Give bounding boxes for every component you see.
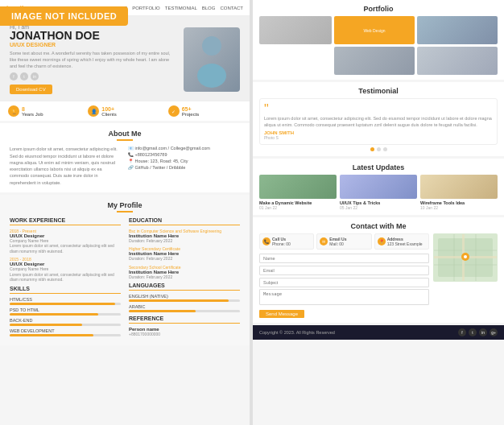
dot-2[interactable] xyxy=(377,147,381,151)
about-address: 📍 House: 123, Road: 45, City xyxy=(128,159,240,163)
edu-dur-1: Duration: February 2022 xyxy=(129,238,240,244)
lang-arabic-bar-bg xyxy=(129,310,240,312)
updates-grid: Make a Dynamic Website 01 Jan 22 UI/UX T… xyxy=(259,175,498,210)
hero-image xyxy=(184,27,240,92)
contact-phone-item: 📞 Call Us Phone: 00 xyxy=(259,233,314,250)
update-img-3 xyxy=(420,175,498,199)
skill-psd-name: PSD TO HTML xyxy=(10,307,121,312)
email-us-value: Mail: 00 xyxy=(329,241,346,246)
testimonial-section: Testimonial " Lorem ipsum dolor sit amet… xyxy=(253,82,504,156)
skill-html-name: HTML/CSS xyxy=(10,297,121,302)
languages-label: LANGUAGES xyxy=(129,283,240,291)
hero-text: Hi, I am JONATHON DOE UI/UX DESIGNER Som… xyxy=(10,24,177,94)
update-img-1 xyxy=(259,175,337,199)
stat-years: 🏆 8 Years Job xyxy=(8,105,81,117)
portfolio-title: Portfolio xyxy=(259,5,498,13)
portfolio-item-5[interactable] xyxy=(417,47,498,75)
about-text: Lorem ipsum dolor sit amet, consectetur … xyxy=(10,146,122,186)
skill-backend-bar-bg xyxy=(10,324,121,326)
about-phone: 📞 +880123456789 xyxy=(128,152,240,157)
edu-col: EDUCATION Bsc in Computer Science and So… xyxy=(129,217,240,339)
portfolio-grid: Web Design xyxy=(259,16,498,75)
contact-subject-input[interactable] xyxy=(259,278,429,287)
contact-send-button[interactable]: Send Message xyxy=(259,310,304,318)
skill-webdev-name: WEB DEVELOPMENT xyxy=(10,328,121,333)
edu-dur-2: Duration: February 2022 xyxy=(129,256,240,262)
contact-email-input[interactable] xyxy=(259,266,429,275)
phone-icon: 📞 xyxy=(262,237,271,246)
profile-section: My Profile WORK EXPERIENCE 2018 - Presen… xyxy=(0,195,250,345)
stat-clients: 👤 100+ Clients xyxy=(88,105,161,117)
portfolio-item-4[interactable] xyxy=(334,47,415,75)
update-item-3[interactable]: Wireframe Tools Idea 10 Jan 22 xyxy=(420,175,498,210)
footer-twitter-icon[interactable]: t xyxy=(469,328,477,336)
dot-1[interactable] xyxy=(370,147,374,151)
reference-section: REFERENCE Person name +8801700000000 xyxy=(129,316,240,337)
update-img-2 xyxy=(340,175,417,199)
clients-icon: 👤 xyxy=(88,105,99,117)
testimonial-role: Photo S xyxy=(264,135,493,140)
updates-title: Latest Updates xyxy=(259,163,498,171)
skill-webdev-bar-bg xyxy=(10,334,121,336)
svg-point-11 xyxy=(464,255,467,258)
contact-title: Contact with Me xyxy=(259,222,498,230)
social-linkedin-icon[interactable]: in xyxy=(31,72,39,80)
skill-psd: PSD TO HTML xyxy=(10,307,121,316)
about-email: 📧 info@gmail.com / College@gmail.com xyxy=(128,146,240,151)
social-facebook-icon[interactable]: f xyxy=(10,72,18,80)
work-exp-col: WORK EXPERIENCE 2018 - Present UI/UX Des… xyxy=(10,217,121,339)
skill-backend-bar xyxy=(10,324,82,326)
lang-english-bar xyxy=(129,299,229,302)
hero-description: Some text about me. A wonderful serenity… xyxy=(10,51,177,69)
skill-html-bar-bg xyxy=(10,303,121,305)
social-twitter-icon[interactable]: t xyxy=(20,72,28,80)
nav-testimonial[interactable]: TESTIMONIAL xyxy=(165,6,197,10)
update-date-3: 10 Jan 22 xyxy=(420,205,498,210)
contact-section: Contact with Me 📞 Call Us Phone: 00 ✉ xyxy=(253,217,504,323)
image-not-included-banner: IMAGE Not INCLUDED xyxy=(0,6,128,26)
skill-backend: BACK-END xyxy=(10,318,121,326)
stat-projects-text: 65+ Projects xyxy=(182,106,200,117)
footer-linkedin-icon[interactable]: in xyxy=(479,328,487,336)
stat-clients-num: 100+ xyxy=(101,106,116,112)
edu-item-1: Bsc in Computer Science and Software Eng… xyxy=(129,229,240,244)
download-cv-button[interactable]: Download CV xyxy=(10,85,52,94)
contact-icons-row: 📞 Call Us Phone: 00 ✉ Email Us Mail: 00 xyxy=(259,233,429,250)
contact-name-input[interactable] xyxy=(259,254,429,263)
work-exp-label: WORK EXPERIENCE xyxy=(10,217,121,225)
stat-clients-text: 100+ Clients xyxy=(101,106,116,117)
nav-contact[interactable]: CONTACT xyxy=(220,6,243,10)
footer: Copyright © 2023. All Rights Reserved f … xyxy=(253,325,504,340)
lang-english: ENGLISH (NATIVE) xyxy=(129,294,240,302)
about-section: About Me Lorem ipsum dolor sit amet, con… xyxy=(0,123,250,192)
nav-blog[interactable]: BLOG xyxy=(202,6,216,10)
contact-message-input[interactable] xyxy=(259,289,429,305)
footer-facebook-icon[interactable]: f xyxy=(458,328,466,336)
about-social-links: 🔗 GitHub / Twitter / Dribbble xyxy=(128,165,240,170)
update-item-2[interactable]: UI/UX Tips & Tricks 05 Jan 22 xyxy=(340,175,417,210)
svg-point-0 xyxy=(202,36,221,56)
projects-icon: ✓ xyxy=(168,105,180,117)
lang-arabic-name: ARABIC xyxy=(129,304,240,309)
nav-portfolio[interactable]: PORTFOLIO xyxy=(132,6,160,10)
edu-item-2: Higher Secondary Certificate Institution… xyxy=(129,246,240,262)
testimonial-box: " Lorem ipsum dolor sit amet, consectetu… xyxy=(259,98,498,145)
email-icon: ✉ xyxy=(320,237,328,246)
dot-3[interactable] xyxy=(383,147,387,151)
updates-section: Latest Updates Make a Dynamic Website 01… xyxy=(253,159,504,215)
exp-item-1: 2018 - Present UI/UX Designer Company Na… xyxy=(10,229,121,254)
skills-section: SKILLS HTML/CSS PSD TO HTML xyxy=(10,286,121,336)
portfolio-item-3[interactable] xyxy=(417,16,498,44)
portfolio-item-2[interactable]: Web Design xyxy=(334,16,415,44)
trophy-icon: 🏆 xyxy=(8,105,19,117)
footer-gplus-icon[interactable]: g+ xyxy=(490,328,498,336)
profile-title: My Profile xyxy=(10,201,240,212)
skill-webdev-bar xyxy=(10,334,93,336)
stats-bar: 🏆 8 Years Job 👤 100+ Clients ✓ 65+ Proje… xyxy=(0,101,250,121)
update-item-1[interactable]: Make a Dynamic Website 01 Jan 22 xyxy=(259,175,337,210)
portfolio-item-1[interactable] xyxy=(259,16,332,44)
lang-english-bar-bg xyxy=(129,299,240,302)
reference-phone: +8801700000000 xyxy=(129,332,240,337)
map-placeholder xyxy=(433,233,498,282)
quote-icon: " xyxy=(264,103,493,116)
